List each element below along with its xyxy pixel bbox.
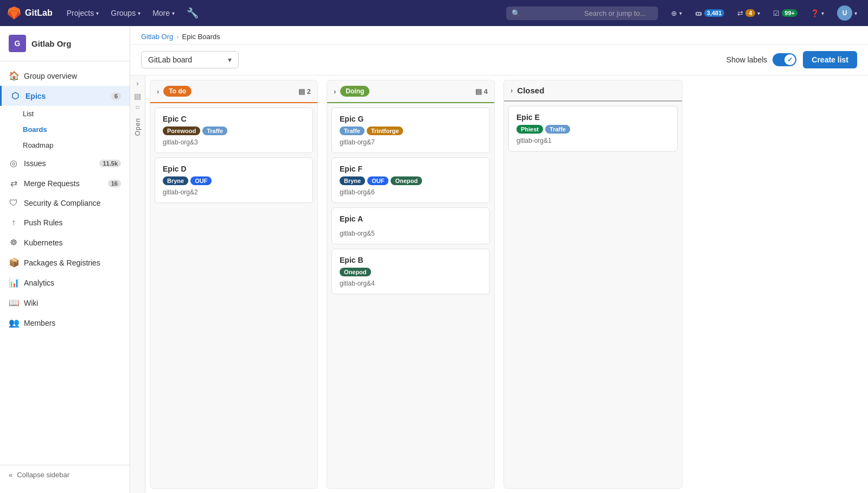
shield-icon: 🛡 [9,198,18,208]
issues-sidebar-badge: 11.5k [99,160,121,167]
members-icon: 👥 [9,318,18,328]
open-panel-chevron-icon: › [137,80,139,87]
org-avatar: G [9,35,26,52]
epic-card-g[interactable]: Epic G Traffe Trintforge gitlab-org&7 [331,108,490,153]
epics-subnav: List Boards Roadmap [0,106,130,153]
mr-sidebar-badge: 16 [108,180,121,187]
board-select-label: GitLab board [148,55,192,64]
sidebar-item-list[interactable]: List [23,106,130,122]
breadcrumb-current: Epic Boards [182,33,220,41]
user-avatar: U [837,5,852,21]
show-labels-toggle[interactable]: ✓ [773,53,796,66]
merge-icon: ⇄ [9,178,18,188]
sidebar-item-label: Merge Requests [24,179,80,188]
todos-icon: ☑ [773,9,780,17]
open-panel-icons: ▤ ○ [134,92,141,111]
projects-menu[interactable]: Projects ▾ [61,5,105,21]
label-trintforge-g: Trintforge [367,127,403,135]
groups-menu[interactable]: Groups ▾ [105,5,146,21]
todo-label: To do [163,86,192,97]
more-menu[interactable]: More ▾ [147,5,180,21]
sidebar-org[interactable]: G Gitlab Org [0,26,130,61]
column-closed: › Closed Epic E Phiest Traffe gitlab-org… [503,80,682,489]
sidebar-item-packages[interactable]: 📦 Packages & Registries [0,252,130,273]
epic-c-ref: gitlab-org&3 [163,138,305,146]
merge-requests-button[interactable]: ⇄ 4 ▾ [733,7,764,20]
topnav-nav: Projects ▾ Groups ▾ More ▾ [61,5,180,21]
show-labels-text: Show labels [726,55,768,64]
column-doing: › Doing ▤ 4 Epic G Traffe [327,80,495,489]
sidebar-item-epics[interactable]: ⬡ Epics 6 [0,86,130,106]
epic-f-labels: Bryne OUF Onepod [340,176,482,185]
plus-icon: ⊕ [671,9,677,17]
sidebar-item-kubernetes[interactable]: ☸ Kubernetes [0,232,130,252]
epic-b-title: Epic B [340,256,482,264]
epic-g-labels: Traffe Trintforge [340,127,482,135]
epic-card-e[interactable]: Epic E Phiest Traffe gitlab-org&1 [508,106,678,151]
epic-d-title: Epic D [163,165,305,173]
epics-icon: ⬡ [10,91,20,101]
doing-count-area: ▤ 4 [475,87,488,96]
sidebar-item-label: Members [24,319,55,327]
epic-c-title: Epic C [163,115,305,123]
main-content: Gitlab Org › Epic Boards GitLab board ▾ … [130,26,868,493]
sidebar-item-roadmap[interactable]: Roadmap [23,137,130,153]
help-icon: ❓ [810,9,819,17]
open-panel[interactable]: › ▤ ○ Open [130,75,145,493]
push-icon: ↑ [9,218,18,227]
sidebar-item-analytics[interactable]: 📊 Analytics [0,273,130,293]
sidebar-item-security[interactable]: 🛡 Security & Compliance [0,193,130,213]
board-selector[interactable]: GitLab board ▾ [141,51,239,68]
epic-card-c[interactable]: Epic C Porewood Traffe gitlab-org&3 [155,108,313,153]
epic-g-ref: gitlab-org&7 [340,138,482,146]
epic-g-title: Epic G [340,115,482,123]
collapse-label: Collapse sidebar [17,471,69,479]
columns: › To do ▤ 2 Epic C Porewood [145,75,868,493]
panel-list-icon: ▤ [134,92,141,100]
label-ouf-d: OUF [190,176,212,185]
packages-icon: 📦 [9,257,18,268]
closed-expand-icon[interactable]: › [510,86,513,94]
sidebar-item-label: Security & Compliance [24,199,101,207]
epic-card-a[interactable]: Epic A gitlab-org&5 [331,207,490,244]
closed-column-body: Epic E Phiest Traffe gitlab-org&1 [504,102,682,488]
merge-icon: ⇄ [737,9,743,17]
issues-badge: 3,481 [704,9,725,17]
label-onepod-b: Onepod [340,268,371,276]
sidebar-item-issues[interactable]: ◎ Issues 11.5k [0,153,130,173]
column-header-todo: › To do ▤ 2 [150,80,317,103]
user-avatar-button[interactable]: U ▾ [833,3,861,23]
breadcrumb-separator: › [176,33,178,41]
sidebar-item-label: Group overview [24,72,77,80]
epic-card-f[interactable]: Epic F Bryne OUF Onepod gitlab-org&6 [331,157,490,203]
help-button[interactable]: ❓ ▾ [806,7,828,20]
todo-expand-icon[interactable]: › [157,87,159,96]
search-bar[interactable]: 🔍 Search or jump to... [506,7,658,20]
sidebar-item-boards[interactable]: Boards [23,122,130,137]
sidebar-item-wiki[interactable]: 📖 Wiki [0,293,130,313]
epic-card-d[interactable]: Epic D Bryne OUF gitlab-org&2 [155,157,313,203]
breadcrumb-parent[interactable]: Gitlab Org [141,33,173,41]
epic-f-ref: gitlab-org&6 [340,188,482,196]
new-item-button[interactable]: ⊕ ▾ [667,7,686,20]
mr-badge: 4 [745,9,755,17]
todos-button[interactable]: ☑ 99+ [769,7,802,20]
sidebar-item-push-rules[interactable]: ↑ Push Rules [0,213,130,232]
label-ouf-f: OUF [367,176,388,185]
new-chevron-icon: ▾ [679,10,682,16]
more-chevron-icon: ▾ [172,10,175,16]
epics-badge: 6 [111,92,121,100]
issues-button[interactable]: 🎟 3,481 [691,7,729,20]
collapse-sidebar-button[interactable]: « Collapse sidebar [0,465,130,484]
issues-icon: 🎟 [695,9,702,17]
wrench-icon[interactable]: 🔧 [184,5,201,21]
doing-expand-icon[interactable]: › [334,87,336,96]
gitlab-logo[interactable]: GitLab [7,5,53,21]
sidebar-item-group-overview[interactable]: 🏠 Group overview [0,66,130,86]
sidebar-item-members[interactable]: 👥 Members [0,313,130,333]
layout: G Gitlab Org 🏠 Group overview ⬡ Epics 6 … [0,26,868,493]
epic-a-title: Epic A [340,214,482,223]
sidebar-item-merge-requests[interactable]: ⇄ Merge Requests 16 [0,173,130,193]
create-list-button[interactable]: Create list [803,51,857,68]
epic-card-b[interactable]: Epic B Onepod gitlab-org&4 [331,249,490,294]
